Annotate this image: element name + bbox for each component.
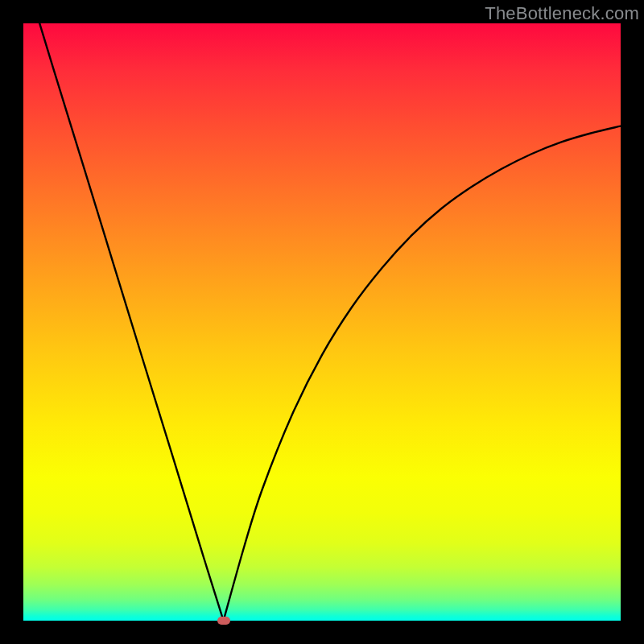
- watermark-text: TheBottleneck.com: [485, 3, 639, 24]
- chart-background-gradient: [23, 23, 621, 621]
- minimum-marker: [217, 617, 230, 625]
- chart-plot-area: [23, 23, 621, 621]
